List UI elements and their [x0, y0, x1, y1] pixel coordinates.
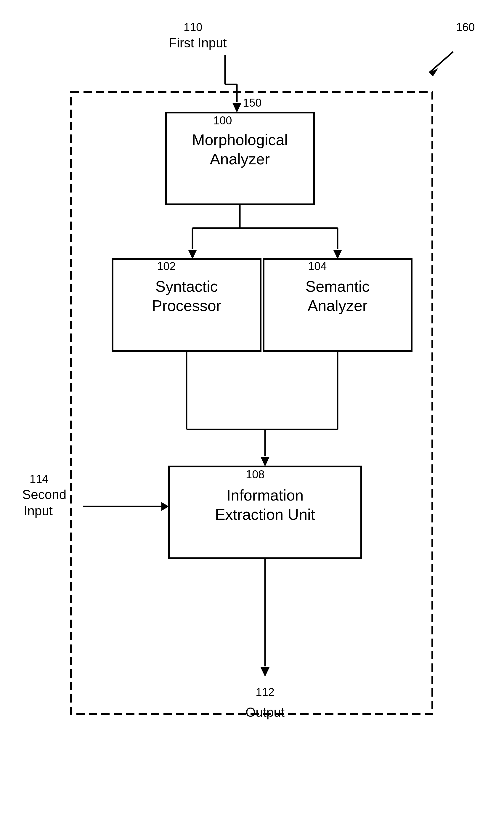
svg-marker-5 — [232, 103, 241, 113]
svg-marker-14 — [333, 250, 342, 259]
morphological-label-2: Analyzer — [210, 150, 270, 168]
diagram-container: 160 110 First Input 150 100 Morphologica… — [0, 0, 504, 821]
first-input-ref: 110 — [184, 21, 202, 33]
second-input-label-1: Second — [22, 487, 66, 502]
semantic-ref: 104 — [308, 260, 327, 272]
syntactic-label-1: Syntactic — [155, 278, 218, 295]
ieu-label-1: Information — [227, 487, 304, 504]
syntactic-label-2: Processor — [152, 297, 221, 314]
figure-ref-label: 160 — [456, 21, 475, 33]
svg-line-0 — [429, 52, 453, 73]
syntactic-ref: 102 — [157, 260, 176, 272]
ieu-ref: 108 — [246, 468, 264, 481]
svg-marker-25 — [161, 502, 169, 511]
output-label: Output — [245, 705, 285, 719]
second-input-label-2: Input — [24, 503, 53, 518]
ieu-label-2: Extraction Unit — [215, 506, 315, 523]
first-input-label: First Input — [169, 36, 227, 50]
svg-marker-27 — [261, 667, 269, 677]
morphological-ref: 100 — [213, 114, 232, 127]
semantic-label-1: Semantic — [306, 278, 370, 295]
system-ref-label: 150 — [243, 97, 261, 109]
svg-marker-11 — [188, 250, 197, 259]
morphological-label-1: Morphological — [192, 131, 288, 148]
output-ref: 112 — [256, 686, 274, 698]
second-input-ref: 114 — [30, 473, 48, 485]
semantic-label-2: Analyzer — [308, 297, 367, 314]
svg-marker-22 — [261, 457, 269, 466]
